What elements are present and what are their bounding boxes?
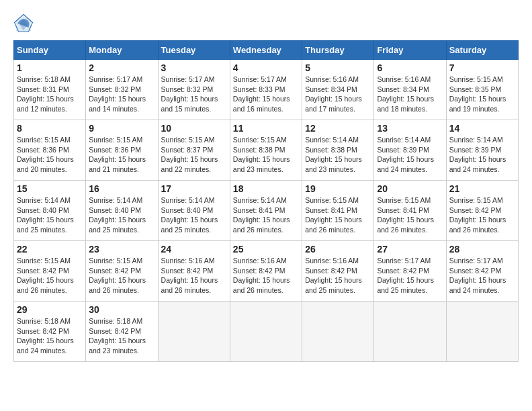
day-number: 22 [17, 244, 83, 255]
day-number: 5 [305, 62, 371, 73]
calendar-day-cell: 25Sunrise: 5:16 AMSunset: 8:42 PMDayligh… [230, 241, 302, 302]
day-number: 17 [161, 183, 227, 194]
day-number: 27 [377, 244, 443, 255]
calendar-day-cell: 27Sunrise: 5:17 AMSunset: 8:42 PMDayligh… [374, 241, 446, 302]
day-number: 15 [17, 183, 83, 194]
calendar-day-cell: 8Sunrise: 5:15 AMSunset: 8:36 PMDaylight… [14, 120, 86, 181]
calendar-day-cell: 4Sunrise: 5:17 AMSunset: 8:33 PMDaylight… [230, 60, 302, 120]
calendar-week-row: 1Sunrise: 5:18 AMSunset: 8:31 PMDaylight… [14, 60, 519, 120]
day-info: Sunrise: 5:17 AMSunset: 8:32 PMDaylight:… [161, 75, 227, 114]
day-info: Sunrise: 5:17 AMSunset: 8:42 PMDaylight:… [377, 256, 443, 295]
day-number: 24 [161, 244, 227, 255]
calendar-day-cell: 16Sunrise: 5:14 AMSunset: 8:40 PMDayligh… [86, 181, 158, 241]
day-info: Sunrise: 5:18 AMSunset: 8:42 PMDaylight:… [17, 316, 83, 356]
weekday-header-cell: Saturday [446, 41, 518, 60]
calendar-day-cell: 14Sunrise: 5:14 AMSunset: 8:39 PMDayligh… [446, 120, 518, 181]
weekday-header-cell: Sunday [14, 41, 86, 60]
day-info: Sunrise: 5:14 AMSunset: 8:41 PMDaylight:… [233, 195, 299, 235]
calendar-day-cell [446, 302, 518, 362]
day-info: Sunrise: 5:14 AMSunset: 8:40 PMDaylight:… [17, 195, 83, 235]
calendar-day-cell: 29Sunrise: 5:18 AMSunset: 8:42 PMDayligh… [14, 302, 86, 362]
calendar-day-cell: 15Sunrise: 5:14 AMSunset: 8:40 PMDayligh… [14, 181, 86, 241]
day-number: 9 [89, 123, 154, 134]
day-info: Sunrise: 5:14 AMSunset: 8:40 PMDaylight:… [161, 195, 227, 235]
calendar-body: 1Sunrise: 5:18 AMSunset: 8:31 PMDaylight… [14, 60, 519, 362]
day-info: Sunrise: 5:14 AMSunset: 8:38 PMDaylight:… [305, 135, 371, 175]
day-number: 21 [449, 183, 515, 194]
calendar-day-cell: 30Sunrise: 5:18 AMSunset: 8:42 PMDayligh… [86, 302, 158, 362]
day-info: Sunrise: 5:15 AMSunset: 8:35 PMDaylight:… [449, 75, 515, 114]
calendar-day-cell [374, 302, 446, 362]
calendar-day-cell: 12Sunrise: 5:14 AMSunset: 8:38 PMDayligh… [302, 120, 374, 181]
day-info: Sunrise: 5:18 AMSunset: 8:42 PMDaylight:… [89, 316, 154, 356]
day-number: 13 [377, 123, 443, 134]
day-info: Sunrise: 5:17 AMSunset: 8:32 PMDaylight:… [89, 75, 154, 114]
day-info: Sunrise: 5:18 AMSunset: 8:31 PMDaylight:… [17, 75, 83, 114]
weekday-header-cell: Friday [374, 41, 446, 60]
day-number: 2 [89, 62, 154, 73]
day-number: 14 [449, 123, 515, 134]
weekday-header-cell: Tuesday [158, 41, 230, 60]
day-info: Sunrise: 5:16 AMSunset: 8:42 PMDaylight:… [161, 256, 227, 295]
day-number: 28 [449, 244, 515, 255]
day-number: 10 [161, 123, 227, 134]
calendar-table: SundayMondayTuesdayWednesdayThursdayFrid… [13, 40, 519, 362]
day-number: 12 [305, 123, 371, 134]
calendar-day-cell: 11Sunrise: 5:15 AMSunset: 8:38 PMDayligh… [230, 120, 302, 181]
day-info: Sunrise: 5:16 AMSunset: 8:34 PMDaylight:… [377, 75, 443, 114]
day-info: Sunrise: 5:14 AMSunset: 8:40 PMDaylight:… [89, 195, 154, 235]
calendar-day-cell: 1Sunrise: 5:18 AMSunset: 8:31 PMDaylight… [14, 60, 86, 120]
day-info: Sunrise: 5:17 AMSunset: 8:42 PMDaylight:… [449, 256, 515, 295]
logo [13, 13, 34, 34]
day-info: Sunrise: 5:14 AMSunset: 8:39 PMDaylight:… [377, 135, 443, 175]
day-info: Sunrise: 5:15 AMSunset: 8:42 PMDaylight:… [449, 195, 515, 235]
calendar-day-cell: 2Sunrise: 5:17 AMSunset: 8:32 PMDaylight… [86, 60, 158, 120]
calendar-day-cell: 18Sunrise: 5:14 AMSunset: 8:41 PMDayligh… [230, 181, 302, 241]
calendar-day-cell [158, 302, 230, 362]
day-number: 18 [233, 183, 299, 194]
calendar-day-cell: 6Sunrise: 5:16 AMSunset: 8:34 PMDaylight… [374, 60, 446, 120]
calendar-day-cell: 22Sunrise: 5:15 AMSunset: 8:42 PMDayligh… [14, 241, 86, 302]
calendar-day-cell: 21Sunrise: 5:15 AMSunset: 8:42 PMDayligh… [446, 181, 518, 241]
day-number: 23 [89, 244, 154, 255]
day-number: 4 [233, 62, 299, 73]
generalblue-logo-icon [13, 13, 34, 34]
calendar-day-cell: 28Sunrise: 5:17 AMSunset: 8:42 PMDayligh… [446, 241, 518, 302]
calendar-day-cell: 5Sunrise: 5:16 AMSunset: 8:34 PMDaylight… [302, 60, 374, 120]
calendar-day-cell: 20Sunrise: 5:15 AMSunset: 8:41 PMDayligh… [374, 181, 446, 241]
calendar-week-row: 29Sunrise: 5:18 AMSunset: 8:42 PMDayligh… [14, 302, 519, 362]
weekday-header-cell: Thursday [302, 41, 374, 60]
day-number: 19 [305, 183, 371, 194]
day-info: Sunrise: 5:15 AMSunset: 8:41 PMDaylight:… [377, 195, 443, 235]
day-info: Sunrise: 5:16 AMSunset: 8:34 PMDaylight:… [305, 75, 371, 114]
calendar-day-cell: 9Sunrise: 5:15 AMSunset: 8:36 PMDaylight… [86, 120, 158, 181]
day-number: 11 [233, 123, 299, 134]
day-number: 1 [17, 62, 83, 73]
calendar-day-cell: 3Sunrise: 5:17 AMSunset: 8:32 PMDaylight… [158, 60, 230, 120]
day-info: Sunrise: 5:15 AMSunset: 8:37 PMDaylight:… [161, 135, 227, 175]
calendar-day-cell [230, 302, 302, 362]
calendar-day-cell: 17Sunrise: 5:14 AMSunset: 8:40 PMDayligh… [158, 181, 230, 241]
weekday-header-cell: Wednesday [230, 41, 302, 60]
day-info: Sunrise: 5:15 AMSunset: 8:42 PMDaylight:… [17, 256, 83, 295]
day-number: 6 [377, 62, 443, 73]
day-number: 25 [233, 244, 299, 255]
day-number: 3 [161, 62, 227, 73]
calendar-day-cell: 7Sunrise: 5:15 AMSunset: 8:35 PMDaylight… [446, 60, 518, 120]
day-info: Sunrise: 5:17 AMSunset: 8:33 PMDaylight:… [233, 75, 299, 114]
day-number: 7 [449, 62, 515, 73]
calendar-day-cell: 23Sunrise: 5:15 AMSunset: 8:42 PMDayligh… [86, 241, 158, 302]
day-info: Sunrise: 5:15 AMSunset: 8:36 PMDaylight:… [89, 135, 154, 175]
calendar-day-cell: 24Sunrise: 5:16 AMSunset: 8:42 PMDayligh… [158, 241, 230, 302]
calendar-day-cell: 26Sunrise: 5:16 AMSunset: 8:42 PMDayligh… [302, 241, 374, 302]
day-number: 16 [89, 183, 154, 194]
calendar-day-cell: 13Sunrise: 5:14 AMSunset: 8:39 PMDayligh… [374, 120, 446, 181]
day-number: 29 [17, 304, 83, 315]
day-number: 26 [305, 244, 371, 255]
day-info: Sunrise: 5:15 AMSunset: 8:42 PMDaylight:… [89, 256, 154, 295]
day-info: Sunrise: 5:16 AMSunset: 8:42 PMDaylight:… [305, 256, 371, 295]
header [13, 13, 519, 34]
calendar-week-row: 22Sunrise: 5:15 AMSunset: 8:42 PMDayligh… [14, 241, 519, 302]
day-number: 8 [17, 123, 83, 134]
weekday-header-cell: Monday [86, 41, 158, 60]
